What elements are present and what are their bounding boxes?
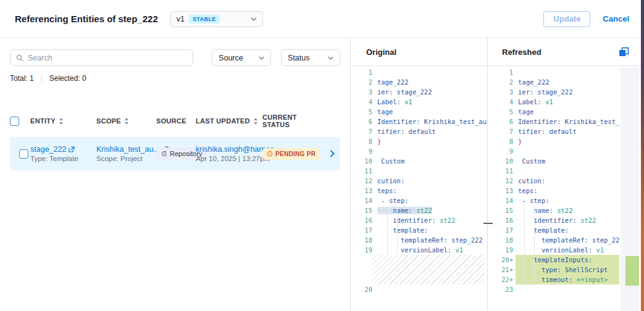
external-link-icon bbox=[69, 146, 75, 152]
entity-type: Type: Template bbox=[30, 155, 96, 162]
code-line: 12cution: bbox=[488, 176, 619, 186]
sort-icon[interactable] bbox=[253, 118, 258, 125]
code-line: 12cution: bbox=[351, 176, 487, 186]
overview-ruler[interactable] bbox=[621, 67, 639, 311]
code-line: 21+ type: ShellScript bbox=[488, 265, 619, 275]
version-select[interactable]: v1 STABLE bbox=[170, 11, 263, 27]
status-badge: PENDING PR bbox=[262, 148, 320, 160]
code-line: 8} bbox=[351, 136, 487, 146]
code-line: 7tifier: default bbox=[351, 126, 487, 136]
code-line: 20 bbox=[351, 284, 487, 294]
deleted-lines-placeholder bbox=[351, 255, 487, 284]
column-header-current-status: CURRENT STATUS bbox=[262, 114, 324, 128]
code-line: 23 bbox=[488, 284, 619, 294]
scope-cell: Krishika_test_au... Scope: Project bbox=[96, 145, 156, 162]
search-input[interactable] bbox=[28, 54, 187, 62]
updated-by-link[interactable]: krishika.singh@harnes... bbox=[196, 145, 262, 154]
original-code-pane[interactable]: 12tage_2223ier: stage_2224Label: v15tage… bbox=[351, 66, 487, 311]
dialog-header: Referencing Entities of step_222 v1 STAB… bbox=[0, 0, 644, 38]
select-all-checkbox[interactable] bbox=[10, 117, 19, 126]
code-line: 14 - step: bbox=[351, 196, 487, 205]
code-line: 17 template: bbox=[488, 225, 619, 235]
column-header-last-updated[interactable]: LAST UPDATED bbox=[196, 117, 262, 125]
code-line: 11 bbox=[488, 166, 619, 176]
code-line: 17 template: bbox=[351, 225, 487, 235]
status-label: PENDING PR bbox=[275, 151, 316, 157]
chevron-down-icon bbox=[259, 56, 264, 60]
clock-icon bbox=[267, 151, 273, 157]
column-header-scope[interactable]: SCOPE bbox=[96, 117, 156, 125]
diff-header: Original Refreshed bbox=[351, 38, 644, 66]
scope-sub: Scope: Project bbox=[96, 155, 156, 162]
code-line: 1 bbox=[351, 67, 487, 77]
table-header: ENTITY SCOPE SOURCE LAST UPDATED CURRENT… bbox=[10, 114, 340, 128]
code-line: 14 - step: bbox=[488, 196, 619, 205]
expand-row-button[interactable] bbox=[324, 150, 340, 157]
code-line: 13teps: bbox=[351, 186, 487, 196]
stable-badge: STABLE bbox=[189, 15, 220, 23]
source-filter-dropdown[interactable]: Source bbox=[212, 49, 271, 66]
code-line: 15····name:·st22 bbox=[351, 205, 487, 215]
sort-icon[interactable] bbox=[124, 118, 129, 125]
referencing-entities-dialog: Referencing Entities of step_222 v1 STAB… bbox=[0, 0, 644, 311]
code-line: 10 Custom bbox=[351, 156, 487, 166]
chevron-down-icon bbox=[328, 56, 333, 60]
code-line: 4Label: v1 bbox=[488, 97, 619, 107]
code-line: 16 identifier: st22 bbox=[488, 215, 619, 225]
code-line: 10 Custom bbox=[488, 156, 619, 166]
code-line: 2tage_222 bbox=[488, 77, 619, 87]
updated-at: Apr 10, 2025 | 13:27pm bbox=[196, 155, 262, 162]
code-line: 7tifier: default bbox=[488, 126, 619, 136]
code-line: 19 versionLabel: v1 bbox=[351, 245, 487, 255]
page-title: Referencing Entities of step_222 bbox=[15, 14, 158, 24]
table-row[interactable]: stage_222 Type: Template Krishika_test_a… bbox=[10, 137, 340, 170]
code-line: 22+ timeout: <+input> bbox=[488, 275, 619, 284]
scope-link[interactable]: Krishika_test_au... bbox=[96, 145, 156, 154]
entity-cell: stage_222 Type: Template bbox=[30, 145, 96, 162]
search-icon bbox=[16, 54, 23, 62]
column-header-source: SOURCE bbox=[156, 117, 196, 125]
code-line: 1 bbox=[488, 67, 619, 77]
window-edge-gradient bbox=[641, 0, 644, 311]
code-line: 3ier: stage_222 bbox=[488, 87, 619, 97]
sort-icon[interactable] bbox=[59, 118, 64, 125]
copy-icon[interactable] bbox=[619, 46, 630, 57]
code-line: 6Identifier: Krishika_test_aut bbox=[488, 117, 619, 126]
code-line: 19 versionLabel: v1 bbox=[488, 245, 619, 255]
code-line: 13teps: bbox=[488, 186, 619, 196]
status-filter-label: Status bbox=[288, 54, 309, 62]
code-line: 9 bbox=[488, 146, 619, 156]
last-updated-cell: krishika.singh@harnes... Apr 10, 2025 | … bbox=[196, 145, 262, 162]
code-line: 16 identifier: st22 bbox=[351, 215, 487, 225]
search-box[interactable] bbox=[10, 49, 193, 66]
column-header-entity[interactable]: ENTITY bbox=[30, 117, 96, 125]
code-line: 6Identifier: Krishika_test_aut bbox=[351, 117, 487, 126]
version-value: v1 bbox=[177, 15, 185, 23]
results-summary: Total: 1 Selected: 0 bbox=[0, 74, 350, 83]
entities-panel: Source Status Total: 1 Selected: 0 bbox=[0, 38, 351, 311]
selected-count: Selected: 0 bbox=[49, 74, 86, 83]
code-line: 5tage bbox=[488, 107, 619, 117]
update-button[interactable]: Update bbox=[543, 11, 590, 27]
row-checkbox[interactable] bbox=[19, 149, 28, 159]
entity-link[interactable]: stage_222 bbox=[30, 145, 96, 154]
code-line: 18 templateRef: step_222 bbox=[351, 235, 487, 245]
repository-icon bbox=[161, 151, 167, 157]
code-line: 3ier: stage_222 bbox=[351, 87, 487, 97]
cancel-button[interactable]: Cancel bbox=[603, 14, 629, 23]
original-pane-title: Original bbox=[366, 48, 396, 57]
code-line: 18 templateRef: step_222 bbox=[488, 235, 619, 245]
status-filter-dropdown[interactable]: Status bbox=[281, 49, 340, 66]
diff-change-connector bbox=[483, 223, 493, 224]
added-lines-marker bbox=[625, 256, 639, 286]
code-line: 4Label: v1 bbox=[351, 97, 487, 107]
code-line: 2tage_222 bbox=[351, 77, 487, 87]
status-cell: PENDING PR bbox=[262, 148, 324, 160]
code-line: 15 name: st22 bbox=[488, 205, 619, 215]
code-line: 11 bbox=[351, 166, 487, 176]
code-line: 9 bbox=[351, 146, 487, 156]
source-filter-label: Source bbox=[219, 54, 243, 62]
source-cell: Repository bbox=[156, 147, 196, 160]
filter-toolbar: Source Status bbox=[0, 49, 350, 66]
total-count: Total: 1 bbox=[10, 74, 34, 83]
